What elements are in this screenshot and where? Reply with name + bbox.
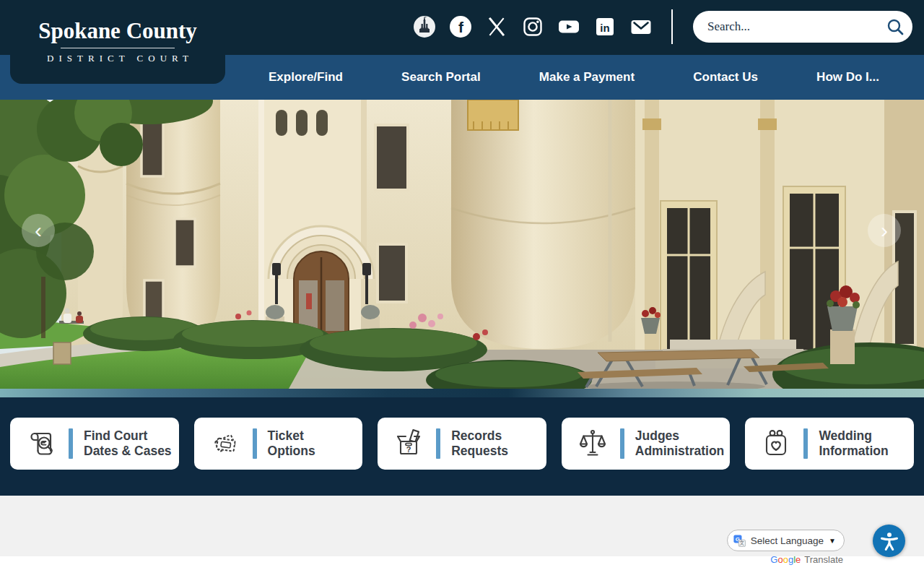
site-title: Spokane County [10, 18, 225, 44]
google-translate-select[interactable]: G 文 Select Language ▼ [727, 530, 845, 551]
quick-link-judges-administration[interactable]: Judges Administration [562, 418, 731, 470]
quick-links: Find Court Dates & Cases Ticket Options [0, 397, 924, 496]
svg-text:f: f [458, 19, 464, 35]
linkedin-link[interactable]: in [589, 11, 621, 43]
search-button[interactable] [884, 16, 907, 38]
select-language-label: Select Language [751, 535, 824, 546]
accessibility-button[interactable] [873, 525, 905, 557]
card-accent-bar [803, 428, 808, 459]
quick-link-label: Wedding Information [819, 428, 888, 459]
quick-link-find-court-dates[interactable]: Find Court Dates & Cases [10, 418, 179, 470]
search-icon [886, 17, 905, 37]
x-twitter-link[interactable] [481, 11, 513, 43]
social-links: f [409, 11, 657, 43]
page-footer-area: G 文 Select Language ▼ Google Translate [0, 496, 924, 578]
nav-item-search-portal[interactable]: Search Portal [397, 69, 485, 85]
logo-divider [61, 48, 175, 48]
quick-link-records-requests[interactable]: ? Records Requests [378, 418, 546, 470]
county-seal-icon [412, 14, 437, 39]
quick-link-ticket-options[interactable]: Ticket Options [194, 418, 363, 470]
youtube-icon [556, 14, 582, 39]
carousel-next-button[interactable]: › [868, 214, 901, 247]
quick-link-label: Find Court Dates & Cases [84, 428, 172, 459]
site-header: Spokane County DISTRICT COURT [0, 0, 924, 55]
quick-link-label: Records Requests [451, 428, 508, 459]
header-divider [671, 9, 673, 44]
nav-item-make-a-payment[interactable]: Make a Payment [535, 69, 639, 85]
google-translate-icon: G 文 [733, 535, 746, 547]
instagram-icon [520, 14, 545, 39]
site-logo[interactable]: Spokane County DISTRICT COURT [10, 0, 225, 84]
google-translate-attribution[interactable]: Google Translate [770, 554, 843, 565]
chevron-right-icon: › [881, 218, 888, 242]
quick-link-label: Ticket Options [268, 428, 315, 459]
svg-text:in: in [600, 22, 609, 34]
card-accent-bar [253, 428, 257, 459]
hero-carousel: ‹ › [0, 100, 924, 389]
email-icon [628, 14, 654, 39]
site-search [693, 11, 912, 43]
courthouse-photo [0, 100, 924, 389]
x-twitter-icon [484, 14, 509, 39]
quick-link-wedding-information[interactable]: Wedding Information [745, 418, 914, 470]
chevron-left-icon: ‹ [35, 218, 42, 242]
court-search-icon [25, 427, 58, 460]
nav-item-how-do-i[interactable]: How Do I... [812, 69, 884, 85]
card-accent-bar [436, 428, 440, 459]
accent-gradient-strip [0, 389, 924, 397]
nav-item-explore-find[interactable]: Explore/Find [264, 69, 347, 85]
records-box-icon: ? [392, 427, 425, 460]
card-accent-bar [69, 428, 73, 459]
linkedin-icon: in [593, 14, 617, 39]
chevron-down-icon: ▼ [829, 537, 836, 545]
facebook-icon: f [448, 14, 473, 39]
carousel-prev-button[interactable]: ‹ [22, 214, 55, 247]
google-logo-text: Google [770, 554, 801, 565]
instagram-link[interactable] [517, 11, 549, 43]
scales-icon [576, 427, 609, 460]
facebook-link[interactable]: f [445, 11, 476, 43]
youtube-link[interactable] [553, 11, 585, 43]
translate-label: Translate [804, 554, 843, 565]
email-link[interactable] [625, 11, 657, 43]
search-input[interactable] [706, 19, 884, 35]
tickets-icon [209, 427, 242, 460]
site-subtitle: DISTRICT COURT [10, 53, 225, 64]
svg-text:文: 文 [739, 540, 744, 546]
card-accent-bar [620, 428, 624, 459]
accessibility-person-icon [879, 530, 900, 552]
svg-text:?: ? [406, 445, 411, 454]
county-seal-link[interactable] [409, 11, 440, 43]
wedding-calendar-icon [759, 427, 793, 460]
nav-item-contact-us[interactable]: Contact Us [689, 69, 762, 85]
quick-link-label: Judges Administration [635, 428, 724, 459]
